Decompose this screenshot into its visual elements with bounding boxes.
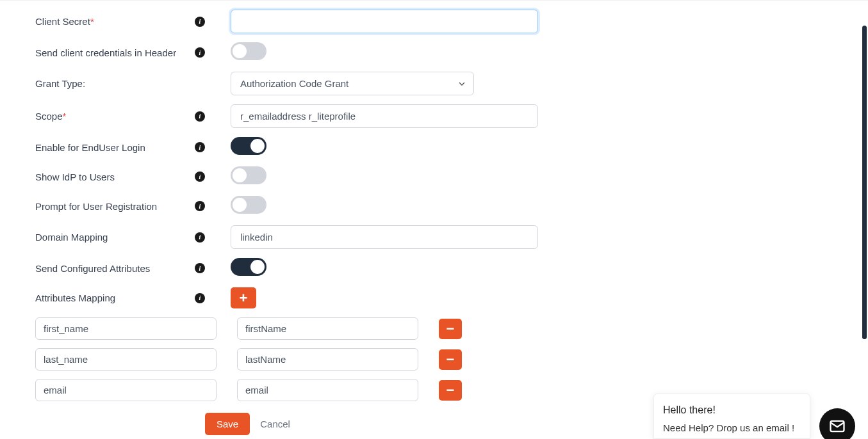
enable-enduser-toggle[interactable] <box>231 137 266 155</box>
minus-icon: − <box>446 353 455 367</box>
mail-icon <box>828 417 846 435</box>
info-icon[interactable]: i <box>195 111 205 122</box>
info-icon[interactable]: i <box>195 201 205 211</box>
chat-fab-button[interactable] <box>819 408 855 439</box>
mapping-right-input[interactable] <box>237 348 418 371</box>
info-icon[interactable]: i <box>195 47 205 58</box>
minus-icon: − <box>446 383 455 397</box>
attrs-mapping-label: Attributes Mapping i <box>35 292 205 303</box>
send-attrs-label: Send Configured Attributes i <box>35 263 205 274</box>
grant-type-select[interactable]: Authorization Code Grant <box>231 72 474 95</box>
remove-mapping-button[interactable]: − <box>439 319 462 339</box>
send-header-toggle[interactable] <box>231 42 266 60</box>
info-icon[interactable]: i <box>195 232 205 243</box>
attribute-mappings: − − − <box>0 317 868 401</box>
remove-mapping-button[interactable]: − <box>439 349 462 370</box>
mapping-left-input[interactable] <box>35 317 217 340</box>
mapping-row: − <box>35 317 833 340</box>
info-icon[interactable]: i <box>195 172 205 182</box>
show-idp-toggle[interactable] <box>231 166 266 184</box>
domain-mapping-label: Domain Mapping i <box>35 232 205 243</box>
mapping-right-input[interactable] <box>237 379 418 401</box>
cancel-button[interactable]: Cancel <box>260 419 290 429</box>
chat-greeting: Hello there! <box>663 404 801 416</box>
minus-icon: − <box>446 322 455 336</box>
plus-icon: + <box>240 290 248 307</box>
grant-type-label: Grant Type: <box>35 78 205 89</box>
send-attrs-toggle[interactable] <box>231 258 266 276</box>
mapping-right-input[interactable] <box>237 317 418 340</box>
enable-enduser-label: Enable for EndUser Login i <box>35 142 205 153</box>
scrollbar[interactable] <box>862 26 868 410</box>
chat-popup: Hello there! Need Help? Drop us an email… <box>653 394 810 439</box>
info-icon[interactable]: i <box>195 263 205 273</box>
prompt-reg-toggle[interactable] <box>231 196 266 214</box>
domain-mapping-input[interactable] <box>231 225 538 249</box>
mapping-left-input[interactable] <box>35 379 217 401</box>
settings-form: Client Secret* i Send client credentials… <box>0 10 868 308</box>
mapping-row: − <box>35 348 833 371</box>
chat-subtext: Need Help? Drop us an email ! <box>663 422 801 433</box>
scope-input[interactable] <box>231 104 538 128</box>
add-mapping-button[interactable]: + <box>231 287 256 308</box>
save-button[interactable]: Save <box>205 413 250 435</box>
info-icon[interactable]: i <box>195 293 205 303</box>
mapping-left-input[interactable] <box>35 348 217 371</box>
scrollbar-thumb[interactable] <box>862 26 867 339</box>
client-secret-input[interactable] <box>231 10 538 33</box>
scope-label: Scope* i <box>35 111 205 122</box>
send-header-label: Send client credentials in Header i <box>35 47 205 58</box>
show-idp-label: Show IdP to Users i <box>35 172 205 182</box>
prompt-reg-label: Prompt for User Registration i <box>35 201 205 212</box>
remove-mapping-button[interactable]: − <box>439 380 462 401</box>
info-icon[interactable]: i <box>195 17 205 27</box>
info-icon[interactable]: i <box>195 142 205 152</box>
client-secret-label: Client Secret* i <box>35 16 205 27</box>
